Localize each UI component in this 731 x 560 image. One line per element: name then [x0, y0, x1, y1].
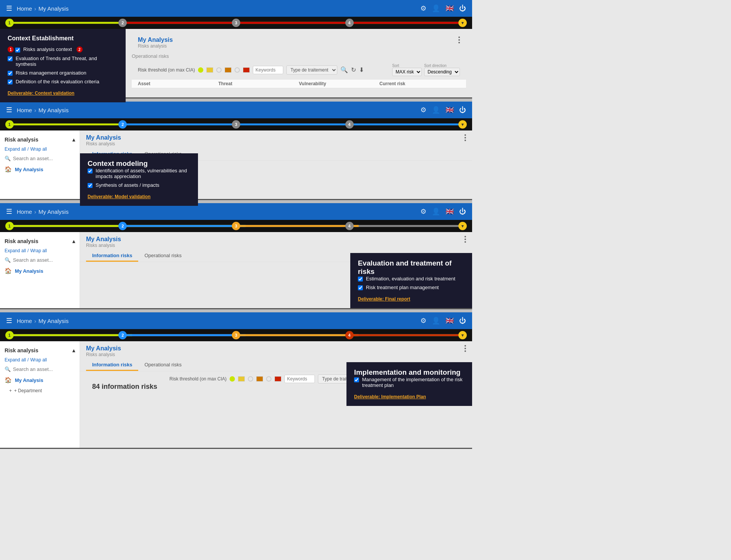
refresh-icon-1[interactable]: ↻ [351, 66, 356, 73]
sidebar-chevron-4[interactable]: ▴ [72, 347, 75, 353]
logout-icon-4[interactable]: ⏻ [459, 317, 466, 325]
track-node-3-4[interactable]: 4 [345, 222, 354, 230]
gear-icon-3[interactable]: ⚙ [420, 207, 426, 216]
download-icon-1[interactable]: ⬇ [359, 66, 364, 73]
analysis-link-2[interactable]: My Analysis [38, 107, 69, 113]
color-dot-empty-4 [248, 376, 253, 382]
checkbox-2-1[interactable] [88, 169, 93, 173]
checkbox-1-2[interactable] [8, 56, 13, 61]
tab-op-risks-3[interactable]: Operational risks [138, 250, 188, 262]
menu-icon[interactable]: ☰ [6, 4, 12, 13]
track-node-2-1[interactable]: 1 [5, 120, 14, 129]
track-node-1-5[interactable]: ▾ [458, 19, 467, 27]
menu-icon-3[interactable]: ☰ [6, 207, 12, 216]
gear-icon[interactable]: ⚙ [420, 4, 426, 13]
expand-all-2[interactable]: Expand all [5, 146, 26, 152]
deliverable-link-1[interactable]: Deliverable: Context validation [8, 91, 74, 96]
deliverable-link-3[interactable]: Deliverable: Final report [358, 296, 410, 302]
wrap-all-4[interactable]: Wrap all [30, 357, 47, 363]
menu-icon-2[interactable]: ☰ [6, 106, 12, 114]
user-icon[interactable]: 👤 [432, 4, 440, 13]
track-node-1-1[interactable]: 1 [5, 19, 14, 27]
popup-item-1-2: Evaluation of Trends and Threat, and syn… [8, 56, 118, 67]
track-node-4-2[interactable]: 2 [118, 331, 127, 339]
track-node-1-3[interactable]: 3 [232, 19, 240, 27]
checkbox-4-1[interactable] [354, 377, 359, 382]
gap-2 [0, 200, 472, 203]
sep-3: › [34, 208, 36, 215]
context-popup-3: Evaluation and treatment of risks Estima… [350, 253, 472, 308]
track-node-3-1[interactable]: 1 [5, 222, 14, 230]
deliverable-link-4[interactable]: Deliverable: Implementation Plan [354, 394, 426, 399]
sidebar-sub-item-4[interactable]: + + Department [0, 387, 80, 395]
search-icon-1[interactable]: 🔍 [340, 66, 348, 73]
user-icon-3[interactable]: 👤 [432, 207, 440, 216]
three-dots-3[interactable] [464, 236, 466, 243]
expand-all-4[interactable]: Expand all [5, 357, 26, 363]
analysis-link[interactable]: My Analysis [38, 5, 69, 12]
home-link-2[interactable]: Home [17, 107, 32, 113]
search-input-3[interactable] [13, 257, 59, 263]
logout-icon-2[interactable]: ⏻ [459, 106, 466, 114]
track-node-4-1[interactable]: 1 [5, 331, 14, 339]
track-node-4-5[interactable]: ▾ [458, 331, 467, 339]
sidebar-chevron-2[interactable]: ▴ [72, 137, 75, 143]
logout-icon[interactable]: ⏻ [459, 5, 466, 13]
analysis-link-3[interactable]: My Analysis [38, 208, 69, 215]
wrap-all-3[interactable]: Wrap all [30, 248, 47, 253]
search-input-4[interactable] [13, 366, 59, 372]
home-link-3[interactable]: Home [17, 208, 32, 215]
search-icon-sidebar-2: 🔍 [5, 156, 11, 161]
sidebar-item-4[interactable]: 🏠 My Analysis [0, 374, 80, 387]
panel-3: Risk analysis ▴ Expand all / Wrap all 🔍 … [0, 232, 472, 308]
track-node-1-4[interactable]: 4 [345, 19, 354, 27]
three-dots-4[interactable] [464, 345, 466, 352]
popup-item-3-2: Risk treatment plan management [358, 285, 464, 290]
track-node-3-2[interactable]: 2 [118, 222, 127, 230]
checkbox-1-3[interactable] [8, 71, 13, 76]
user-icon-4[interactable]: 👤 [432, 317, 440, 325]
gear-icon-2[interactable]: ⚙ [420, 106, 426, 114]
track-node-2-3[interactable]: 3 [232, 120, 240, 129]
color-sq-yellow-1 [206, 67, 213, 73]
sidebar-chevron-3[interactable]: ▴ [72, 238, 75, 244]
track-node-4-4[interactable]: 4 [345, 331, 354, 339]
sort-dir-select-1[interactable]: Descending [424, 68, 460, 76]
checkbox-1-4[interactable] [8, 80, 13, 84]
keywords-input-4[interactable] [284, 375, 315, 383]
deliverable-link-2[interactable]: Deliverable: Model validation [88, 194, 150, 199]
popup-item-1-1: 1 Risks analysis context 2 [8, 46, 118, 52]
user-icon-2[interactable]: 👤 [432, 106, 440, 114]
gear-icon-4[interactable]: ⚙ [420, 317, 426, 325]
tab-info-risks-4[interactable]: Information risks [86, 359, 138, 371]
analysis-link-4[interactable]: My Analysis [38, 318, 69, 324]
checkbox-3-1[interactable] [358, 277, 363, 282]
checkbox-3-2[interactable] [358, 285, 363, 290]
wrap-all-2[interactable]: Wrap all [30, 146, 47, 152]
treatment-select-1[interactable]: Type de traitement [286, 65, 337, 75]
track-node-2-2[interactable]: 2 [118, 120, 127, 129]
tab-info-risks-3[interactable]: Information risks [86, 250, 138, 262]
keywords-input-1[interactable] [253, 66, 283, 74]
track-node-4-3[interactable]: 3 [232, 331, 240, 339]
checkbox-2-2[interactable] [88, 183, 93, 188]
home-link-4[interactable]: Home [17, 318, 32, 324]
track-node-2-4[interactable]: 4 [345, 120, 354, 129]
home-link[interactable]: Home [17, 5, 32, 12]
tab-op-risks-4[interactable]: Operational risks [138, 359, 188, 371]
track-node-2-5[interactable]: ▾ [458, 120, 467, 129]
sidebar-item-3[interactable]: 🏠 My Analysis [0, 264, 80, 277]
sort-select-1[interactable]: MAX risk [392, 68, 422, 76]
track-node-3-3[interactable]: 3 [232, 222, 240, 230]
menu-icon-4[interactable]: ☰ [6, 317, 12, 325]
checkbox-1-1[interactable] [15, 48, 20, 52]
three-dots-1[interactable] [458, 37, 460, 43]
track-node-1-2[interactable]: 2 [118, 19, 127, 27]
track-node-3-5[interactable]: ▾ [458, 222, 467, 230]
logout-icon-3[interactable]: ⏻ [459, 208, 466, 216]
expand-all-3[interactable]: Expand all [5, 248, 26, 253]
sidebar-item-2[interactable]: 🏠 My Analysis [0, 163, 80, 176]
three-dots-2[interactable] [464, 134, 466, 141]
search-input-2[interactable] [13, 156, 59, 161]
color-sq-red-4 [275, 376, 281, 382]
